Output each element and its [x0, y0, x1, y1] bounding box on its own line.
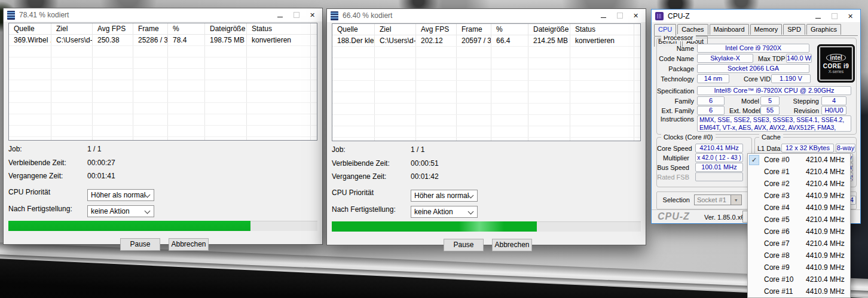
menu-item-core-3[interactable]: Core #3 4410.9 MHz: [748, 190, 850, 202]
window-body: Quelle Ziel Avg FPS Frame % Dateigröße S…: [4, 22, 322, 244]
close-button[interactable]: [842, 10, 858, 23]
technology-field: 14 nm: [697, 74, 729, 83]
col-quelle[interactable]: Quelle: [9, 23, 51, 34]
core-frequency: 4410.9 MHz: [806, 287, 845, 296]
cell-frame: 25286 / 3...: [133, 35, 168, 45]
menu-item-core-2[interactable]: Core #2 4210.4 MHz: [748, 178, 850, 190]
pause-button[interactable]: Pause: [120, 238, 160, 251]
tab-spd[interactable]: SPD: [783, 24, 805, 35]
menu-item-core-9[interactable]: Core #9 4410.9 MHz: [748, 261, 850, 273]
col-dateigroesse[interactable]: Dateigröße: [205, 23, 247, 34]
core-label: Core #4: [764, 203, 799, 212]
specification-field: Intel® Core™ i9-7920X CPU @ 2.90GHz: [697, 86, 851, 95]
table-row[interactable]: 188.Der klei... C:\Users\d-... 202.12 20…: [332, 35, 640, 47]
encoder-window-1: 78.41 % kodiert Quelle Ziel Avg FPS Fram…: [3, 8, 323, 245]
tab-mainboard[interactable]: Mainboard: [710, 24, 749, 35]
socket-select[interactable]: Socket #1: [694, 194, 742, 205]
window-body: Quelle Ziel Avg FPS Frame % Dateigröße S…: [327, 22, 646, 245]
after-finish-select[interactable]: keine Aktion: [411, 206, 478, 218]
progress-bar: [8, 221, 317, 231]
cancel-button[interactable]: Abbrechen: [169, 238, 209, 251]
rated-fsb-row: Rated FSB: [657, 172, 751, 181]
core-label: Core #11: [764, 287, 799, 296]
selection-label: Selection: [657, 196, 690, 203]
dropdown-arrow-icon: [731, 195, 741, 205]
tab-memory[interactable]: Memory: [750, 24, 783, 35]
core-label: Core #5: [764, 215, 799, 224]
table-row[interactable]: 369.Wirbel ... C:\Users\d-... 250.38 252…: [9, 35, 317, 46]
ext-family-row: Ext. Family 6 Ext. Model 55 Revision H0/…: [657, 106, 856, 115]
col-avgfps[interactable]: Avg FPS: [416, 24, 457, 35]
tab-caches[interactable]: Caches: [677, 24, 708, 35]
col-frame[interactable]: Frame: [457, 24, 491, 35]
ext-model-field: 55: [760, 106, 780, 115]
col-ziel[interactable]: Ziel: [375, 24, 416, 35]
cpu-name-field: Intel Core i9 7920X: [697, 44, 809, 53]
table-empty-rows: [9, 46, 317, 140]
remaining-time-value: 00:00:27: [87, 159, 115, 167]
job-table: Quelle Ziel Avg FPS Frame % Dateigröße S…: [8, 23, 317, 141]
model-label: Model: [729, 98, 759, 105]
menu-item-core-5[interactable]: Core #5 4210.4 MHz: [748, 214, 850, 226]
titlebar[interactable]: CPU-Z: [652, 10, 860, 22]
col-status[interactable]: Status: [247, 23, 311, 34]
menu-item-core-0[interactable]: ✓ Core #0 4210.4 MHz: [748, 154, 850, 166]
maximize-button[interactable]: [288, 8, 304, 22]
menu-item-core-1[interactable]: Core #1 4210.4 MHz: [748, 166, 850, 178]
minimize-button[interactable]: [272, 8, 288, 22]
col-ziel[interactable]: Ziel: [51, 23, 93, 34]
maximize-button[interactable]: [612, 9, 628, 22]
cpuz-logo: CPU-Z: [658, 211, 690, 222]
check-icon: [750, 239, 759, 248]
after-finish-select[interactable]: keine Aktion: [87, 205, 154, 217]
job-label: Job:: [8, 145, 22, 153]
table-empty-rows: [332, 47, 640, 141]
menu-item-core-6[interactable]: Core #6 4410.9 MHz: [748, 226, 850, 238]
close-button[interactable]: [304, 8, 320, 22]
cell-dateigroesse: 214.25 MB: [528, 35, 570, 46]
chevron-down-icon: [145, 208, 151, 214]
titlebar[interactable]: 78.41 % kodiert: [4, 8, 322, 22]
specification-label: Specification: [657, 87, 694, 95]
cell-filler: [634, 35, 640, 46]
maximize-button[interactable]: [826, 10, 842, 23]
menu-item-core-8[interactable]: Core #8 4410.9 MHz: [748, 250, 850, 261]
core-label: Core #2: [764, 180, 799, 188]
cpu-priority-select[interactable]: Höher als normal: [87, 189, 154, 201]
menu-item-core-10[interactable]: Core #10 4210.4 MHz: [748, 273, 850, 285]
tab-cpu[interactable]: CPU: [654, 24, 676, 36]
minimize-button[interactable]: [595, 9, 612, 22]
col-dateigroesse[interactable]: Dateigröße: [528, 24, 570, 35]
titlebar[interactable]: 66.40 % kodiert: [327, 9, 646, 22]
package-label: Package: [657, 65, 694, 72]
menu-item-core-11[interactable]: Core #11 4410.9 MHz: [748, 285, 850, 297]
after-finish-label: Nach Fertigstellung:: [8, 205, 72, 213]
col-percent[interactable]: %: [491, 24, 528, 35]
codename-field: Skylake-X: [697, 54, 753, 63]
core-frequency: 4210.4 MHz: [806, 239, 845, 248]
revision-field: H0/U0: [821, 106, 846, 115]
pause-button[interactable]: Pause: [444, 239, 484, 251]
family-field: 6: [697, 96, 725, 105]
menu-item-core-7[interactable]: Core #7 4210.4 MHz: [748, 238, 850, 250]
cell-frame: 20597 / 3...: [457, 35, 491, 46]
desktop: 78.41 % kodiert Quelle Ziel Avg FPS Fram…: [0, 0, 868, 298]
window-title: 78.41 % kodiert: [19, 11, 69, 19]
col-frame[interactable]: Frame: [133, 23, 168, 34]
tab-graphics[interactable]: Graphics: [806, 24, 841, 35]
col-percent[interactable]: %: [168, 23, 205, 34]
core-frequency: 4410.9 MHz: [806, 203, 845, 212]
col-status[interactable]: Status: [570, 24, 634, 35]
job-value: 1 / 1: [411, 145, 424, 154]
close-button[interactable]: [628, 9, 644, 22]
col-avgfps[interactable]: Avg FPS: [93, 23, 133, 34]
check-icon: [750, 191, 759, 200]
menu-item-core-4[interactable]: Core #4 4410.9 MHz: [748, 202, 850, 214]
minimize-button[interactable]: [810, 10, 826, 23]
col-quelle[interactable]: Quelle: [332, 24, 375, 35]
cancel-button[interactable]: Abbrechen: [492, 239, 532, 251]
cpu-priority-select[interactable]: Höher als normal: [411, 190, 478, 202]
maximize-icon: [832, 13, 838, 19]
window-controls: [595, 9, 644, 22]
progress-fill: [8, 221, 250, 231]
